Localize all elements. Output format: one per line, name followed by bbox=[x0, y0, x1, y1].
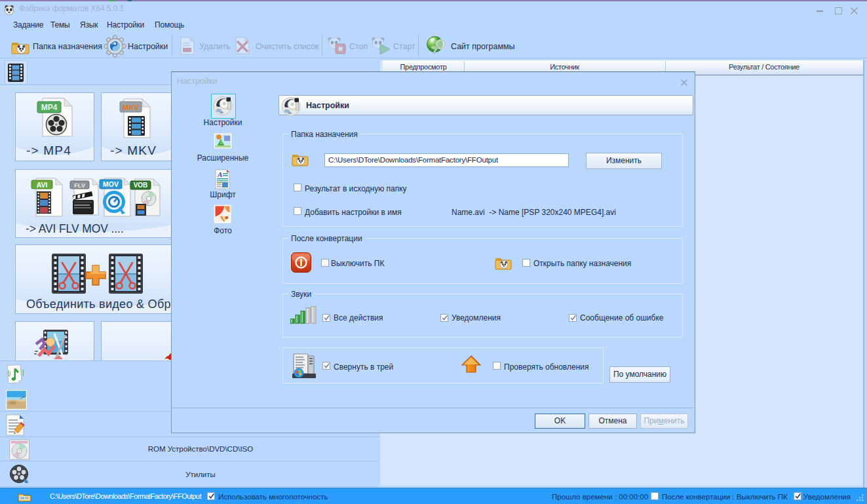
svg-text:MOV: MOV bbox=[103, 180, 119, 188]
svg-text:AVI: AVI bbox=[37, 181, 48, 189]
svg-text:FLV: FLV bbox=[74, 182, 86, 189]
svg-text:A: A bbox=[217, 170, 222, 178]
svg-text:VOB: VOB bbox=[134, 182, 148, 189]
svg-text:MP4: MP4 bbox=[41, 103, 58, 112]
svg-text:MKV: MKV bbox=[123, 104, 140, 111]
